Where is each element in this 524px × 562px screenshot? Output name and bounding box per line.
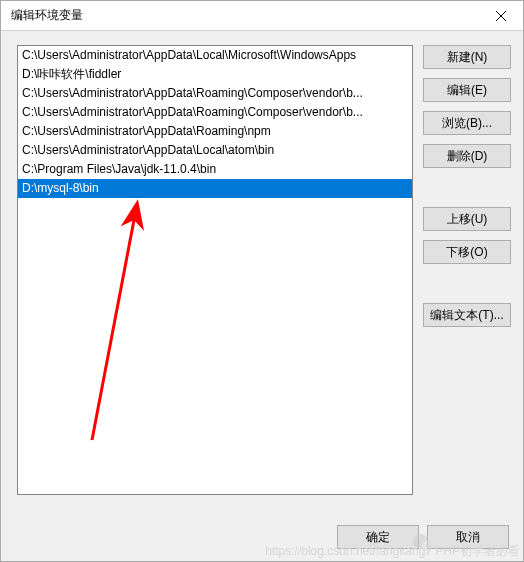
- list-item[interactable]: D:\mysql-8\bin: [18, 179, 412, 198]
- dialog-footer: 确定 取消: [1, 513, 523, 561]
- edit-button[interactable]: 编辑(E): [423, 78, 511, 102]
- side-button-column: 新建(N) 编辑(E) 浏览(B)... 删除(D) 上移(U) 下移(O) 编…: [423, 45, 511, 503]
- browse-button[interactable]: 浏览(B)...: [423, 111, 511, 135]
- list-item[interactable]: C:\Program Files\Java\jdk-11.0.4\bin: [18, 160, 412, 179]
- list-item[interactable]: C:\Users\Administrator\AppData\Roaming\C…: [18, 103, 412, 122]
- titlebar: 编辑环境变量: [1, 1, 523, 31]
- list-item[interactable]: D:\咔咔软件\fiddler: [18, 65, 412, 84]
- dialog-window: 编辑环境变量 C:\Users\Administrator\AppData\Lo…: [0, 0, 524, 562]
- close-icon: [496, 11, 506, 21]
- edit-text-button[interactable]: 编辑文本(T)...: [423, 303, 511, 327]
- list-item[interactable]: C:\Users\Administrator\AppData\Roaming\C…: [18, 84, 412, 103]
- move-down-button[interactable]: 下移(O): [423, 240, 511, 264]
- list-item[interactable]: C:\Users\Administrator\AppData\Local\Mic…: [18, 46, 412, 65]
- path-listbox[interactable]: C:\Users\Administrator\AppData\Local\Mic…: [17, 45, 413, 495]
- delete-button[interactable]: 删除(D): [423, 144, 511, 168]
- dialog-body: C:\Users\Administrator\AppData\Local\Mic…: [1, 31, 523, 513]
- move-up-button[interactable]: 上移(U): [423, 207, 511, 231]
- cancel-button[interactable]: 取消: [427, 525, 509, 549]
- close-button[interactable]: [478, 1, 523, 31]
- ok-button[interactable]: 确定: [337, 525, 419, 549]
- new-button[interactable]: 新建(N): [423, 45, 511, 69]
- list-item[interactable]: C:\Users\Administrator\AppData\Roaming\n…: [18, 122, 412, 141]
- window-title: 编辑环境变量: [11, 7, 83, 24]
- list-item[interactable]: C:\Users\Administrator\AppData\Local\ato…: [18, 141, 412, 160]
